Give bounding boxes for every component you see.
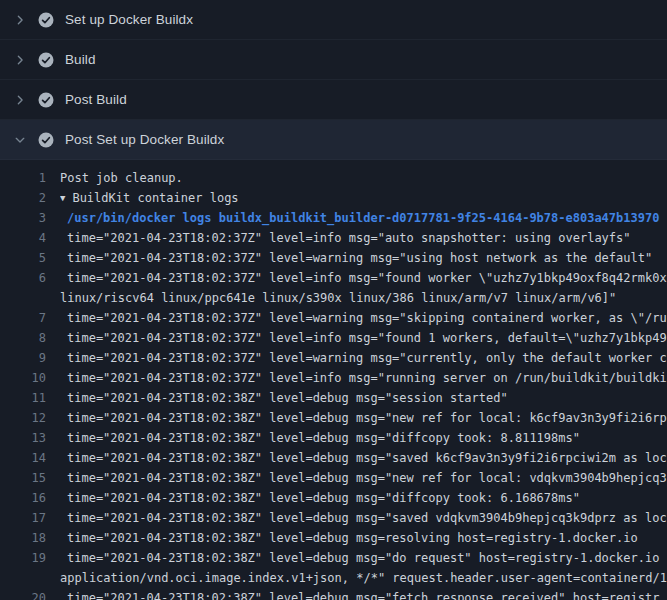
log-text: ▼BuildKit container logs [60,188,667,208]
line-number[interactable]: 2 [0,188,60,208]
log-line: 4 time="2021-04-23T18:02:37Z" level=info… [0,228,667,248]
workflow-log-viewer: Set up Docker Buildx Build Post Build Po… [0,0,667,600]
line-number [0,568,60,588]
log-line: 11 time="2021-04-23T18:02:38Z" level=deb… [0,388,667,408]
line-number[interactable]: 14 [0,448,60,468]
log-line: 7 time="2021-04-23T18:02:37Z" level=warn… [0,308,667,328]
log-text: time="2021-04-23T18:02:37Z" level=info m… [60,268,667,288]
log-text: time="2021-04-23T18:02:38Z" level=debug … [60,488,667,508]
chevron-right-icon [14,14,26,26]
step-log-output: 1 Post job cleanup. 2 ▼BuildKit containe… [0,160,667,600]
line-number[interactable]: 9 [0,348,60,368]
log-text: time="2021-04-23T18:02:37Z" level=warnin… [60,308,667,328]
log-text: time="2021-04-23T18:02:38Z" level=debug … [60,408,667,428]
log-line: 14 time="2021-04-23T18:02:38Z" level=deb… [0,448,667,468]
log-line: 5 time="2021-04-23T18:02:37Z" level=warn… [0,248,667,268]
check-circle-icon [38,12,54,28]
line-number[interactable]: 7 [0,308,60,328]
line-number[interactable]: 18 [0,528,60,548]
check-circle-icon [38,52,54,68]
log-group-toggle[interactable]: 2 ▼BuildKit container logs [0,188,667,208]
log-line: 6 time="2021-04-23T18:02:37Z" level=info… [0,268,667,288]
log-text: time="2021-04-23T18:02:38Z" level=debug … [60,508,667,528]
chevron-right-icon [14,54,26,66]
line-number[interactable]: 1 [0,168,60,188]
log-text: time="2021-04-23T18:02:38Z" level=debug … [60,588,667,600]
log-text: time="2021-04-23T18:02:38Z" level=debug … [60,428,667,448]
line-number[interactable]: 5 [0,248,60,268]
log-text: time="2021-04-23T18:02:37Z" level=info m… [60,368,667,388]
log-text: time="2021-04-23T18:02:37Z" level=info m… [60,228,667,248]
log-text: time="2021-04-23T18:02:37Z" level=warnin… [60,248,667,268]
caret-down-icon: ▼ [60,188,65,208]
log-line: 17 time="2021-04-23T18:02:38Z" level=deb… [0,508,667,528]
log-group-label: BuildKit container logs [72,191,238,205]
step-section-build[interactable]: Build [0,40,667,80]
line-number[interactable]: 19 [0,548,60,568]
log-line: 10 time="2021-04-23T18:02:37Z" level=inf… [0,368,667,388]
log-text: time="2021-04-23T18:02:38Z" level=debug … [60,468,667,488]
check-circle-icon [38,92,54,108]
log-line: 15 time="2021-04-23T18:02:38Z" level=deb… [0,468,667,488]
log-line: 9 time="2021-04-23T18:02:37Z" level=warn… [0,348,667,368]
log-line: 19 time="2021-04-23T18:02:38Z" level=deb… [0,548,667,568]
log-text: /usr/bin/docker logs buildx_buildkit_bui… [60,208,667,228]
log-text: Post job cleanup. [60,168,667,188]
log-line: 18 time="2021-04-23T18:02:38Z" level=deb… [0,528,667,548]
line-number[interactable]: 10 [0,368,60,388]
line-number[interactable]: 6 [0,268,60,288]
line-number[interactable]: 13 [0,428,60,448]
log-text: time="2021-04-23T18:02:37Z" level=warnin… [60,348,667,368]
log-text: time="2021-04-23T18:02:37Z" level=info m… [60,328,667,348]
line-number[interactable]: 15 [0,468,60,488]
check-circle-icon [38,132,54,148]
log-command-line: 3 /usr/bin/docker logs buildx_buildkit_b… [0,208,667,228]
log-line: 20 time="2021-04-23T18:02:38Z" level=deb… [0,588,667,600]
log-text: time="2021-04-23T18:02:38Z" level=debug … [60,388,667,408]
log-line-wrap: application/vnd.oci.image.index.v1+json,… [0,568,667,588]
line-number[interactable]: 8 [0,328,60,348]
log-line: 16 time="2021-04-23T18:02:38Z" level=deb… [0,488,667,508]
chevron-down-icon [14,134,26,146]
log-text: time="2021-04-23T18:02:38Z" level=debug … [60,528,667,548]
log-line-wrap: linux/riscv64 linux/ppc641e linux/s390x … [0,288,667,308]
chevron-right-icon [14,94,26,106]
step-label: Post Build [65,92,127,107]
log-line: 12 time="2021-04-23T18:02:38Z" level=deb… [0,408,667,428]
log-text: application/vnd.oci.image.index.v1+json,… [60,568,667,588]
log-text: time="2021-04-23T18:02:38Z" level=debug … [60,448,667,468]
line-number[interactable]: 11 [0,388,60,408]
line-number[interactable]: 20 [0,588,60,600]
log-line: 1 Post job cleanup. [0,168,667,188]
step-section-setup-docker-buildx[interactable]: Set up Docker Buildx [0,0,667,40]
log-line: 13 time="2021-04-23T18:02:38Z" level=deb… [0,428,667,448]
log-line: 8 time="2021-04-23T18:02:37Z" level=info… [0,328,667,348]
step-section-post-setup-docker-buildx[interactable]: Post Set up Docker Buildx [0,120,667,160]
line-number[interactable]: 4 [0,228,60,248]
line-number [0,288,60,308]
step-label: Build [65,52,96,67]
step-label: Set up Docker Buildx [65,12,193,27]
step-section-post-build[interactable]: Post Build [0,80,667,120]
log-text: time="2021-04-23T18:02:38Z" level=debug … [60,548,667,568]
log-text: linux/riscv64 linux/ppc641e linux/s390x … [60,288,667,308]
line-number[interactable]: 16 [0,488,60,508]
line-number[interactable]: 12 [0,408,60,428]
line-number[interactable]: 17 [0,508,60,528]
line-number[interactable]: 3 [0,208,60,228]
step-label: Post Set up Docker Buildx [65,132,224,147]
